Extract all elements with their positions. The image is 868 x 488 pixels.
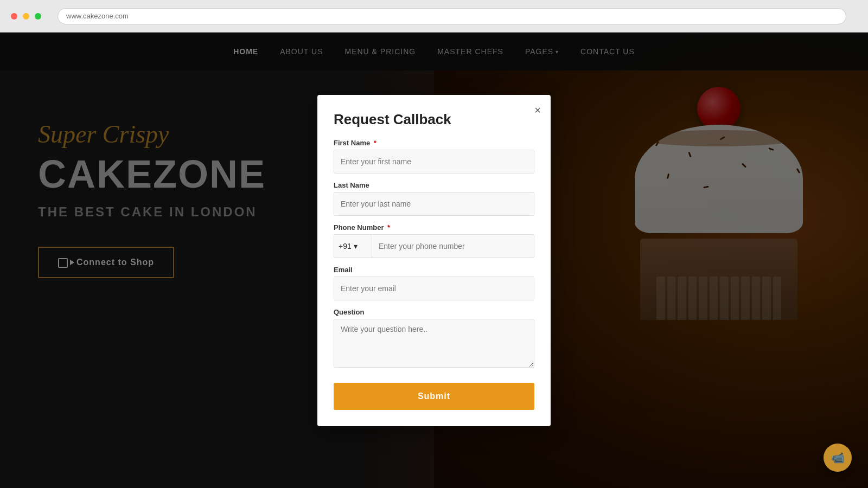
last-name-input[interactable]: [334, 192, 534, 216]
minimize-dot[interactable]: [23, 13, 29, 20]
country-code-value: +91: [339, 242, 352, 251]
chevron-down-icon: ▾: [354, 242, 358, 251]
phone-row: +91 ▾: [334, 234, 534, 258]
first-name-group: First Name *: [334, 139, 534, 174]
email-input[interactable]: [334, 277, 534, 300]
modal-overlay[interactable]: Request Callback × First Name * Last Nam…: [0, 33, 868, 488]
email-group: Email: [334, 266, 534, 300]
phone-label: Phone Number *: [334, 223, 534, 232]
url-text: www.cakezone.com: [66, 12, 129, 20]
last-name-group: Last Name: [334, 181, 534, 216]
modal-title: Request Callback: [334, 111, 534, 128]
close-dot[interactable]: [11, 13, 17, 20]
modal-close-button[interactable]: ×: [534, 105, 541, 115]
browser-window: www.cakezone.com: [0, 0, 868, 488]
required-star: *: [374, 139, 376, 147]
callback-modal: Request Callback × First Name * Last Nam…: [317, 95, 551, 426]
country-code-selector[interactable]: +91 ▾: [334, 234, 372, 258]
question-group: Question: [334, 308, 534, 370]
video-icon: 📹: [831, 451, 845, 464]
phone-number-group: Phone Number * +91 ▾: [334, 223, 534, 258]
first-name-input[interactable]: [334, 150, 534, 174]
email-label: Email: [334, 266, 534, 274]
first-name-label: First Name *: [334, 139, 534, 147]
floating-video-button[interactable]: 📹: [824, 444, 852, 472]
website-content: HOME ABOUT US MENU & PRICING MASTER CHEF…: [0, 33, 868, 488]
required-star-phone: *: [387, 223, 390, 232]
url-bar[interactable]: www.cakezone.com: [58, 8, 846, 24]
submit-button[interactable]: Submit: [334, 383, 534, 410]
question-label: Question: [334, 308, 534, 316]
question-textarea[interactable]: [334, 319, 534, 368]
browser-toolbar: www.cakezone.com: [0, 0, 868, 33]
last-name-label: Last Name: [334, 181, 534, 189]
maximize-dot[interactable]: [35, 13, 41, 20]
phone-number-input[interactable]: [372, 234, 534, 258]
